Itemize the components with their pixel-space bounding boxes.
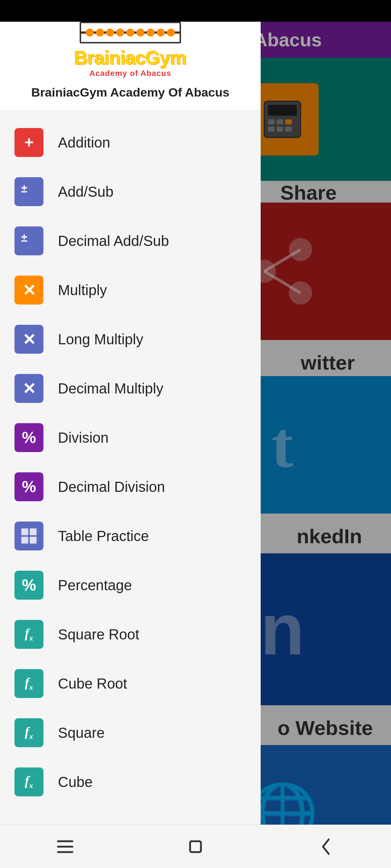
logo-text: BrainiacGym — [74, 47, 186, 69]
nav-label-cube: Cube — [58, 774, 93, 790]
nav-item-cube[interactable]: fxCube — [0, 757, 261, 807]
svg-rect-15 — [21, 528, 28, 535]
abacus-bead — [157, 29, 165, 37]
nav-label-decimal-division: Decimal Division — [58, 479, 165, 495]
navigation-drawer: BrainiacGym Academy of Abacus BrainiacGy… — [0, 0, 261, 868]
academy-name: BrainiacGym Academy Of Abacus — [31, 85, 229, 99]
svg-text:±: ± — [21, 182, 28, 195]
nav-item-table-practice[interactable]: Table Practice — [0, 511, 261, 561]
svg-rect-22 — [190, 841, 201, 852]
nav-label-square: Square — [58, 725, 105, 741]
abacus-bead — [116, 29, 124, 37]
nav-item-addition[interactable]: +Addition — [0, 118, 261, 167]
abacus-bead — [86, 29, 94, 37]
nav-item-square[interactable]: fxSquare — [0, 708, 261, 757]
nav-label-square-root: Square Root — [58, 626, 139, 643]
abacus-bead — [136, 29, 144, 37]
abacus-bead — [167, 29, 175, 37]
nav-item-percentage[interactable]: %Percentage — [0, 561, 261, 610]
nav-item-decimal-add-sub[interactable]: ± Decimal Add/Sub — [0, 216, 261, 265]
nav-icon-percentage: % — [14, 571, 43, 600]
nav-label-decimal-multiply: Decimal Multiply — [58, 380, 163, 397]
nav-item-long-multiply[interactable]: ✕Long Multiply — [0, 315, 261, 364]
nav-icon-addition: + — [14, 128, 43, 157]
nav-label-decimal-add-sub: Decimal Add/Sub — [58, 233, 169, 249]
svg-text:±: ± — [21, 231, 28, 244]
menu-button[interactable] — [51, 832, 80, 861]
abacus-logo-image — [80, 22, 181, 43]
nav-label-addition: Addition — [58, 135, 110, 151]
nav-list: +Addition ± Add/Sub ± Decimal Add/Sub✕Mu… — [0, 111, 261, 868]
nav-item-cube-root[interactable]: fxCube Root — [0, 659, 261, 708]
bottom-navigation-bar — [0, 825, 391, 868]
nav-item-add-sub[interactable]: ± Add/Sub — [0, 167, 261, 216]
nav-item-decimal-division[interactable]: %Decimal Division — [0, 462, 261, 511]
nav-icon-cube: fx — [14, 767, 43, 796]
abacus-bead — [147, 29, 155, 37]
nav-icon-decimal-division: % — [14, 472, 43, 501]
nav-icon-division: % — [14, 423, 43, 452]
nav-label-multiply: Multiply — [58, 282, 107, 298]
nav-icon-cube-root: fx — [14, 669, 43, 698]
nav-icon-decimal-add-sub: ± — [14, 226, 43, 255]
nav-label-percentage: Percentage — [58, 577, 132, 593]
nav-item-multiply[interactable]: ✕Multiply — [0, 265, 261, 315]
back-button[interactable] — [311, 832, 340, 861]
nav-label-long-multiply: Long Multiply — [58, 331, 143, 348]
svg-rect-16 — [30, 528, 37, 535]
nav-icon-long-multiply: ✕ — [14, 325, 43, 354]
logo-subtext: Academy of Abacus — [89, 69, 171, 78]
home-button[interactable] — [181, 832, 210, 861]
nav-label-table-practice: Table Practice — [58, 528, 149, 544]
nav-icon-table-practice — [14, 522, 43, 550]
nav-item-square-root[interactable]: fxSquare Root — [0, 610, 261, 659]
nav-item-decimal-multiply[interactable]: ✕Decimal Multiply — [0, 364, 261, 413]
nav-icon-multiply: ✕ — [14, 276, 43, 305]
status-bar — [0, 0, 391, 22]
abacus-bead — [126, 29, 134, 37]
nav-label-cube-root: Cube Root — [58, 676, 127, 692]
nav-label-division: Division — [58, 430, 109, 446]
svg-rect-17 — [21, 537, 28, 544]
nav-label-add-sub: Add/Sub — [58, 184, 113, 200]
abacus-bead — [96, 29, 104, 37]
nav-item-division[interactable]: %Division — [0, 413, 261, 462]
nav-icon-square-root: fx — [14, 620, 43, 649]
svg-rect-18 — [30, 537, 37, 544]
abacus-bead — [106, 29, 114, 37]
nav-icon-add-sub: ± — [14, 177, 43, 206]
nav-icon-square: fx — [14, 718, 43, 747]
nav-icon-decimal-multiply: ✕ — [14, 374, 43, 403]
